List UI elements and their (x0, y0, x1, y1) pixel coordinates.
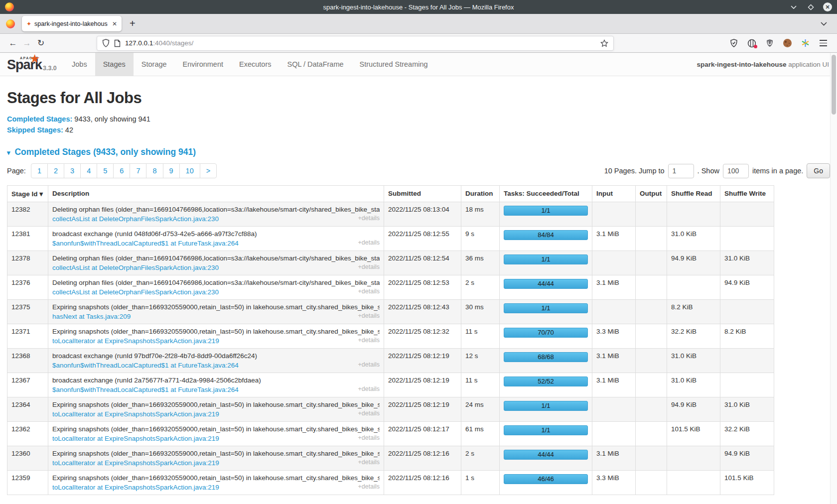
stage-callsite-link[interactable]: collectAsList at DeleteOrphanFilesSparkA… (52, 215, 219, 223)
completed-stages-link[interactable]: Completed Stages: (7, 115, 72, 123)
forward-button[interactable]: → (20, 36, 34, 50)
menu-button[interactable] (819, 38, 828, 48)
container-extension-icon[interactable] (747, 38, 756, 48)
stage-description: broadcast exchange (runId 2a75677f-a771-… (52, 377, 380, 384)
header-stage-id[interactable]: Stage Id ▾ (7, 186, 48, 202)
url-bar[interactable]: 127.0.0.1:4040/stages/ (97, 36, 614, 51)
go-button[interactable]: Go (807, 163, 830, 178)
stage-callsite-link[interactable]: collectAsList at DeleteOrphanFilesSparkA… (52, 288, 219, 296)
browser-tab[interactable]: ✦ spark-ingest-into-lakehous ✕ (22, 16, 122, 31)
output-cell (636, 471, 667, 495)
details-toggle[interactable]: +details (358, 288, 380, 295)
table-row: 12368 broadcast exchange (runId 97bdf70e… (7, 349, 774, 373)
spark-logo[interactable]: APACHE Spark ★ 3.3.0 (0, 53, 64, 76)
tasks-cell: 1/1 (500, 422, 592, 446)
nav-item-jobs[interactable]: Jobs (64, 53, 95, 76)
items-per-page-input[interactable] (723, 164, 749, 178)
header-description[interactable]: Description (48, 186, 384, 202)
stage-callsite-link[interactable]: toLocalIterator at ExpireSnapshotsSparkA… (52, 459, 219, 467)
details-toggle[interactable]: +details (358, 312, 380, 319)
page-button-5[interactable]: 5 (97, 163, 114, 178)
scrollbar[interactable] (830, 53, 837, 504)
stage-callsite-link[interactable]: toLocalIterator at ExpireSnapshotsSparkA… (52, 435, 219, 442)
submitted-cell: 2022/11/25 08:12:19 (384, 397, 461, 422)
details-toggle[interactable]: +details (358, 483, 380, 490)
skipped-stages-link[interactable]: Skipped Stages: (7, 126, 63, 134)
input-cell (592, 300, 636, 324)
duration-cell: 2 s (461, 275, 500, 300)
nav-item-executors[interactable]: Executors (231, 53, 279, 76)
details-toggle[interactable]: +details (358, 410, 380, 417)
close-button[interactable]: ✕ (823, 2, 832, 11)
stage-id-value: 12378 (11, 254, 30, 262)
colorful-asterisk-extension-icon[interactable] (801, 38, 810, 48)
header-tasks[interactable]: Tasks: Succeeded/Total (500, 186, 592, 202)
page-button-2[interactable]: 2 (47, 163, 64, 178)
stage-id-cell: 12376 (7, 275, 48, 300)
skipped-stages-value: 42 (63, 126, 73, 134)
input-cell: 3.1 MiB (592, 227, 636, 251)
page-button-9[interactable]: 9 (163, 163, 180, 178)
new-tab-button[interactable]: + (130, 18, 136, 29)
details-toggle[interactable]: +details (358, 361, 380, 368)
page-button-6[interactable]: 6 (113, 163, 130, 178)
nav-item-stages[interactable]: Stages (95, 53, 134, 76)
scrollbar-thumb[interactable] (832, 55, 836, 115)
back-button[interactable]: ← (6, 36, 20, 50)
nav-item-environment[interactable]: Environment (175, 53, 231, 76)
bookmark-star-icon[interactable] (600, 39, 608, 47)
stage-callsite-link[interactable]: $anonfun$withThreadLocalCaptured$1 at Fu… (52, 362, 239, 369)
stage-id-cell: 12382 (7, 202, 48, 227)
page-button->[interactable]: > (200, 163, 217, 178)
minimize-button[interactable] (789, 2, 798, 11)
stage-id-cell: 12378 (7, 251, 48, 275)
nav-item-sql-dataframe[interactable]: SQL / DataFrame (279, 53, 351, 76)
details-toggle[interactable]: +details (358, 263, 380, 270)
table-row: 12364 Expiring snapshots (older_than=166… (7, 397, 774, 422)
nav-item-storage[interactable]: Storage (134, 53, 175, 76)
ublock-extension-icon[interactable] (765, 38, 774, 48)
page-button-10[interactable]: 10 (179, 163, 200, 178)
submitted-cell: 2022/11/25 08:12:32 (384, 324, 461, 349)
details-toggle[interactable]: +details (358, 385, 380, 392)
header-duration[interactable]: Duration (461, 186, 500, 202)
stage-callsite-link[interactable]: $anonfun$withThreadLocalCaptured$1 at Fu… (52, 240, 239, 247)
stage-callsite-link[interactable]: toLocalIterator at ExpireSnapshotsSparkA… (52, 337, 219, 345)
header-input[interactable]: Input (592, 186, 636, 202)
maximize-button[interactable] (806, 2, 815, 11)
tasks-cell: 52/52 (500, 373, 592, 397)
stage-callsite-link[interactable]: toLocalIterator at ExpireSnapshotsSparkA… (52, 484, 219, 491)
header-submitted[interactable]: Submitted (384, 186, 461, 202)
details-toggle[interactable]: +details (358, 239, 380, 246)
page-button-3[interactable]: 3 (64, 163, 81, 178)
submitted-cell: 2022/11/25 08:12:17 (384, 422, 461, 446)
tab-list-chevron-icon[interactable] (821, 21, 827, 26)
nav-item-structured-streaming[interactable]: Structured Streaming (352, 53, 436, 76)
shield-icon[interactable] (102, 39, 110, 47)
shield-check-extension-icon[interactable] (729, 38, 738, 48)
stage-callsite-link[interactable]: collectAsList at DeleteOrphanFilesSparkA… (52, 264, 219, 271)
page-button-1[interactable]: 1 (31, 163, 48, 178)
stage-id-value: 12367 (11, 377, 30, 384)
details-toggle[interactable]: +details (358, 434, 380, 441)
page-button-7[interactable]: 7 (130, 163, 146, 178)
details-toggle[interactable]: +details (358, 337, 380, 344)
header-shuffle-read[interactable]: Shuffle Read (667, 186, 720, 202)
page-button-8[interactable]: 8 (146, 163, 163, 178)
header-output[interactable]: Output (636, 186, 667, 202)
cookie-extension-icon[interactable] (783, 38, 792, 48)
details-toggle[interactable]: +details (358, 459, 380, 466)
description-cell: Expiring snapshots (older_than=166932055… (48, 300, 384, 324)
reload-button[interactable]: ↻ (34, 36, 48, 50)
stage-callsite-link[interactable]: $anonfun$withThreadLocalCaptured$1 at Fu… (52, 386, 239, 393)
stage-callsite-link[interactable]: toLocalIterator at ExpireSnapshotsSparkA… (52, 410, 219, 418)
details-toggle[interactable]: +details (358, 215, 380, 222)
tab-close-icon[interactable]: ✕ (112, 20, 117, 27)
tasks-cell: 46/46 (500, 471, 592, 495)
page-info-icon[interactable] (114, 39, 121, 47)
stage-callsite-link[interactable]: hasNext at Tasks.java:209 (52, 313, 131, 320)
header-shuffle-write[interactable]: Shuffle Write (720, 186, 774, 202)
completed-stages-section-header[interactable]: ▾ Completed Stages (9433, only showing 9… (7, 147, 830, 157)
page-button-4[interactable]: 4 (80, 163, 97, 178)
jump-to-page-input[interactable] (668, 164, 694, 178)
